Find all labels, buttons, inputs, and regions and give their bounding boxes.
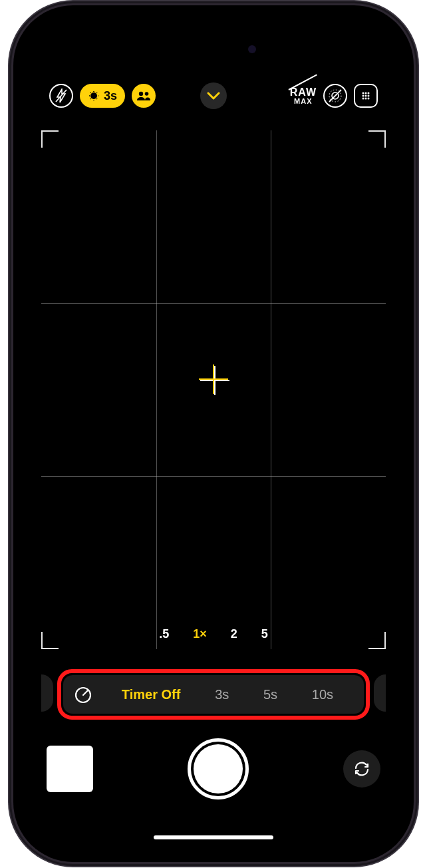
chevron-down-icon [206,91,221,100]
flash-off-icon [55,88,67,103]
volume-up-button[interactable] [8,210,13,277]
frame-corner-icon [41,130,59,148]
level-crosshair-icon [199,364,228,394]
annotation-highlight-box: Timer Off 3s 5s 10s [57,669,370,720]
timer-options: Timer Off 3s 5s 10s [104,687,351,702]
svg-point-8 [365,92,367,94]
svg-point-3 [145,92,149,96]
zoom-option-tele[interactable]: 5 [261,627,268,641]
shutter-button[interactable] [188,738,249,799]
svg-point-1 [90,92,97,99]
svg-point-7 [362,92,364,94]
zoom-picker[interactable]: .5 1× 2 5 [41,627,386,641]
bottom-controls [47,736,380,802]
raw-label-sub: MAX [290,98,317,105]
flash-toggle[interactable] [49,84,73,108]
svg-point-12 [368,95,370,97]
zoom-option-ultrawide[interactable]: .5 [159,627,169,641]
viewfinder[interactable]: .5 1× 2 5 [41,130,386,649]
photographic-styles-icon [360,90,372,102]
front-camera-dot [248,45,256,53]
last-photo-thumbnail[interactable] [47,746,93,792]
svg-point-9 [368,92,370,94]
frame-corner-icon [368,130,386,148]
svg-point-2 [139,92,143,96]
live-photo-toggle[interactable] [323,84,347,108]
zoom-option-2x[interactable]: 2 [231,627,237,641]
timer-icon [73,684,93,704]
timer-option-off[interactable]: Timer Off [115,687,188,702]
timer-options-bar: Timer Off 3s 5s 10s [63,675,364,714]
timer-option-3s[interactable]: 3s [208,687,235,702]
svg-point-10 [362,95,364,97]
controls-chevron[interactable] [200,82,227,109]
timer-option-10s[interactable]: 10s [305,687,340,702]
screen: 3s RAW MAX [27,19,400,849]
people-detect-toggle[interactable] [132,84,156,108]
raw-label-top: RAW [290,86,317,98]
camera-flip-icon [352,759,372,779]
svg-point-13 [362,98,364,100]
timer-option-5s[interactable]: 5s [257,687,284,702]
gridline [41,476,386,477]
photographic-styles-button[interactable] [354,84,378,108]
live-photo-off-icon [327,88,343,104]
carousel-peek-next[interactable] [374,674,386,712]
home-indicator[interactable] [154,835,273,839]
switch-camera-button[interactable] [343,750,380,788]
svg-point-14 [365,98,367,100]
ringer-switch[interactable] [8,152,13,185]
timer-badge[interactable]: 3s [80,84,125,108]
svg-point-15 [368,98,370,100]
power-button[interactable] [414,239,419,351]
carousel-peek-prev[interactable] [41,674,53,712]
top-control-bar: 3s RAW MAX [49,82,378,109]
svg-point-11 [365,95,367,97]
burst-icon [88,90,100,102]
dynamic-island [157,39,270,68]
raw-toggle[interactable]: RAW MAX [290,87,317,105]
timer-icon-button[interactable] [69,680,98,709]
shutter-inner-icon [194,744,243,794]
volume-down-button[interactable] [8,287,13,354]
svg-line-17 [83,690,88,695]
phone-frame: 3s RAW MAX [13,5,414,862]
gridline [271,130,271,649]
timer-badge-label: 3s [104,89,117,103]
gridline [41,303,386,304]
gridline [156,130,157,649]
zoom-option-wide[interactable]: 1× [193,627,207,641]
people-icon [136,90,151,101]
